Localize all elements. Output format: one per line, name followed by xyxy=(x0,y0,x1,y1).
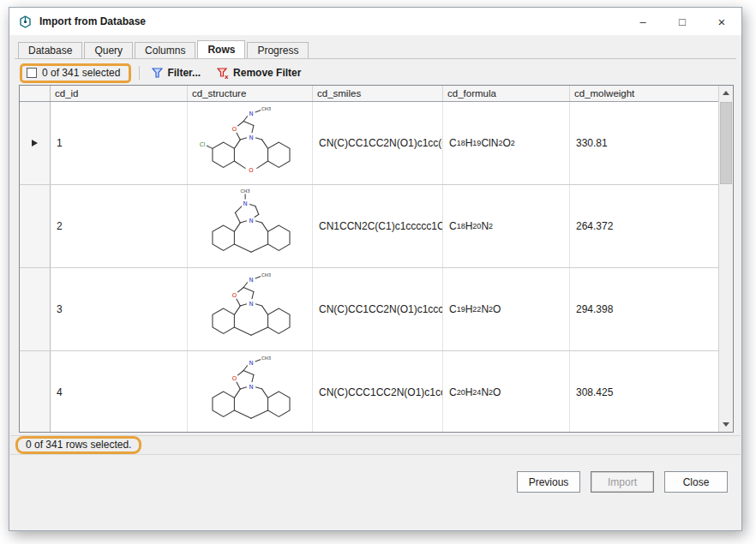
svg-text:N: N xyxy=(249,384,253,391)
scroll-up-icon[interactable] xyxy=(719,86,733,100)
svg-text:N: N xyxy=(249,218,253,224)
svg-text:N: N xyxy=(249,360,253,367)
close-button[interactable]: Close xyxy=(664,471,728,493)
tab-bar: Database Query Columns Rows Progress xyxy=(18,40,310,58)
window-title: Import from Database xyxy=(39,15,146,27)
svg-text:CH3: CH3 xyxy=(261,106,270,111)
grid-header-row: cd_id cd_structure cd_smiles cd_formula … xyxy=(20,86,718,102)
row-gutter[interactable] xyxy=(20,268,51,350)
cell-cd-structure[interactable]: ONNCH3 xyxy=(188,351,313,432)
results-grid: cd_id cd_structure cd_smiles cd_formula … xyxy=(19,85,734,433)
molecule-structure-image: ONNCH3ClO xyxy=(191,103,309,183)
tab-progress[interactable]: Progress xyxy=(247,42,309,58)
window-controls: – □ × xyxy=(623,8,741,35)
cell-cd-formula[interactable]: C18H20N2 xyxy=(443,185,570,267)
column-header-cd-smiles[interactable]: cd_smiles xyxy=(313,86,443,101)
tab-content-divider xyxy=(15,58,736,59)
cell-cd-molweight[interactable]: 308.425 xyxy=(570,351,718,432)
cell-cd-id[interactable]: 3 xyxy=(51,268,188,350)
previous-button[interactable]: Previous xyxy=(517,471,580,493)
cell-cd-smiles[interactable]: CN(C)CCC1CC2N(O1)c1cc... xyxy=(313,351,443,432)
cell-cd-formula[interactable]: C18H19ClN2O2 xyxy=(443,102,570,184)
table-row[interactable]: 4ONNCH3CN(C)CCC1CC2N(O1)c1cc...C20H24N2O… xyxy=(20,351,718,432)
table-row[interactable]: 3ONNCH3CN(C)CC1CC2N(O1)c1cccc...C19H22N2… xyxy=(20,268,718,351)
scroll-down-icon[interactable] xyxy=(719,417,733,432)
footer-buttons: Previous Import Close xyxy=(517,471,728,493)
filter-button-label: Filter... xyxy=(167,67,201,79)
cell-cd-smiles[interactable]: CN(C)CC1CC2N(O1)c1cccc... xyxy=(313,268,443,350)
current-row-indicator[interactable] xyxy=(20,102,51,184)
tab-columns[interactable]: Columns xyxy=(135,42,195,58)
status-bar: 0 of 341 rows selected. xyxy=(10,435,741,455)
svg-text:O: O xyxy=(231,126,236,133)
cell-cd-id[interactable]: 4 xyxy=(51,351,188,432)
import-button[interactable]: Import xyxy=(591,471,654,493)
svg-text:x: x xyxy=(225,73,229,79)
gutter-header xyxy=(20,86,51,101)
vertical-scrollbar[interactable] xyxy=(718,86,733,432)
cell-cd-smiles[interactable]: CN(C)CC1CC2N(O1)c1cc(C... xyxy=(313,102,443,184)
title-bar: Import from Database – □ × xyxy=(9,8,741,35)
row-gutter[interactable] xyxy=(20,185,51,267)
row-arrow-icon xyxy=(32,140,38,146)
column-header-cd-formula[interactable]: cd_formula xyxy=(443,86,570,101)
svg-text:CH3: CH3 xyxy=(261,356,270,361)
cell-cd-molweight[interactable]: 294.398 xyxy=(570,268,718,350)
app-icon xyxy=(18,15,33,29)
import-from-database-dialog: Import from Database – □ × Database Quer… xyxy=(9,7,742,531)
cell-cd-id[interactable]: 1 xyxy=(51,102,188,184)
maximize-button[interactable]: □ xyxy=(663,8,702,35)
svg-text:O: O xyxy=(249,167,253,174)
tab-rows[interactable]: Rows xyxy=(197,40,245,58)
cell-cd-id[interactable]: 2 xyxy=(51,185,188,267)
row-gutter[interactable] xyxy=(20,351,51,432)
cell-cd-formula[interactable]: C19H22N2O xyxy=(443,268,570,350)
svg-text:O: O xyxy=(231,375,236,382)
remove-filter-button[interactable]: x Remove Filter xyxy=(213,65,305,81)
column-header-cd-id[interactable]: cd_id xyxy=(51,86,188,101)
annotation-highlight-status: 0 of 341 rows selected. xyxy=(15,436,141,454)
table-row[interactable]: 1ONNCH3ClOCN(C)CC1CC2N(O1)c1cc(C...C18H1… xyxy=(20,102,718,185)
tab-database[interactable]: Database xyxy=(18,42,82,58)
annotation-highlight-selection: 0 of 341 selected xyxy=(20,63,131,83)
molecule-structure-image: ONNCH3 xyxy=(191,352,309,432)
minimize-button[interactable]: – xyxy=(623,8,663,35)
cell-cd-smiles[interactable]: CN1CCN2C(C1)c1ccccc1Cc... xyxy=(313,185,443,267)
svg-text:N: N xyxy=(249,277,253,284)
table-row[interactable]: 2NNCH3CN1CCN2C(C1)c1ccccc1Cc...C18H20N22… xyxy=(20,185,718,268)
scrollbar-thumb[interactable] xyxy=(720,102,732,184)
molecule-structure-image: ONNCH3 xyxy=(191,269,309,350)
remove-filter-funnel-icon: x xyxy=(217,68,229,79)
selection-count-label: 0 of 341 selected xyxy=(42,67,120,79)
cell-cd-molweight[interactable]: 264.372 xyxy=(570,185,718,267)
column-header-cd-structure[interactable]: cd_structure xyxy=(188,86,313,101)
svg-text:N: N xyxy=(249,135,253,141)
remove-filter-button-label: Remove Filter xyxy=(233,67,301,79)
rows-toolbar: 0 of 341 selected Filter... x Remove Fil… xyxy=(20,62,305,84)
svg-text:N: N xyxy=(243,200,247,207)
column-header-cd-molweight[interactable]: cd_molweight xyxy=(570,86,718,101)
svg-text:Cl: Cl xyxy=(199,141,205,148)
svg-text:N: N xyxy=(249,301,253,308)
svg-text:O: O xyxy=(231,292,236,299)
svg-text:CH3: CH3 xyxy=(261,272,270,278)
filter-funnel-icon xyxy=(152,68,163,79)
cell-cd-structure[interactable]: ONNCH3 xyxy=(188,268,313,350)
molecule-structure-image: NNCH3 xyxy=(191,186,309,266)
cell-cd-structure[interactable]: ONNCH3ClO xyxy=(188,102,313,184)
cell-cd-molweight[interactable]: 330.81 xyxy=(570,102,718,184)
cell-cd-formula[interactable]: C20H24N2O xyxy=(443,351,570,432)
svg-text:CH3: CH3 xyxy=(240,188,249,194)
filter-button[interactable]: Filter... xyxy=(147,65,205,81)
select-all-rows-checkbox[interactable] xyxy=(27,68,37,78)
tab-query[interactable]: Query xyxy=(84,42,133,58)
close-window-button[interactable]: × xyxy=(702,8,741,35)
toolbar-separator xyxy=(139,66,140,80)
status-text: 0 of 341 rows selected. xyxy=(26,439,131,451)
cell-cd-structure[interactable]: NNCH3 xyxy=(188,185,313,267)
grid-body: 1ONNCH3ClOCN(C)CC1CC2N(O1)c1cc(C...C18H1… xyxy=(20,102,718,432)
svg-text:N: N xyxy=(249,111,253,117)
